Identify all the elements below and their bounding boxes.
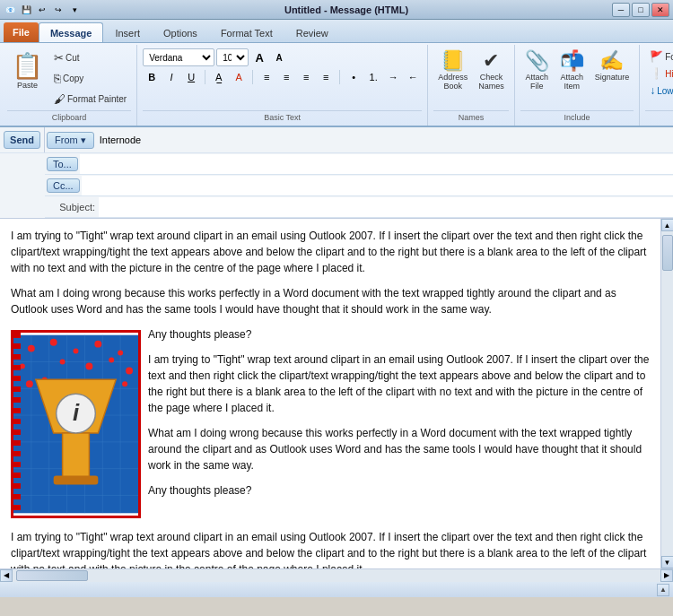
tab-file[interactable]: File bbox=[4, 22, 39, 42]
title-bar: 📧 💾 ↩ ↪ ▾ Untitled - Message (HTML) ─ □ … bbox=[0, 0, 673, 20]
subject-row: Subject: bbox=[45, 196, 673, 218]
numbering-button[interactable]: 1. bbox=[364, 68, 382, 86]
check-names-button[interactable]: ✔ CheckNames bbox=[474, 48, 509, 93]
underline-button[interactable]: U bbox=[182, 68, 200, 86]
format-painter-button[interactable]: 🖌 Format Painter bbox=[49, 90, 131, 108]
indent-button[interactable]: → bbox=[384, 68, 402, 86]
tab-message[interactable]: Message bbox=[39, 22, 103, 42]
quick-access-save[interactable]: 💾 bbox=[20, 4, 32, 16]
paste-label: Paste bbox=[17, 81, 38, 90]
high-importance-button[interactable]: ❕ High Importance bbox=[645, 65, 673, 82]
ribbon-tabs: File Message Insert Options Format Text … bbox=[0, 20, 673, 43]
attach-file-label: AttachFile bbox=[525, 73, 548, 91]
h-scroll-thumb[interactable] bbox=[16, 570, 88, 581]
svg-point-21 bbox=[85, 362, 92, 369]
email-body[interactable]: I am trying to "Tight" wrap text around … bbox=[0, 219, 660, 568]
highlight-button[interactable]: A̲ bbox=[210, 68, 228, 86]
cc-input[interactable] bbox=[82, 176, 673, 195]
outdent-button[interactable]: ← bbox=[404, 68, 422, 86]
scroll-right-button[interactable]: ▶ bbox=[660, 569, 673, 582]
paragraph-1: I am trying to "Tight" wrap text around … bbox=[11, 228, 650, 276]
email-body-container: I am trying to "Tight" wrap text around … bbox=[0, 219, 673, 568]
grow-font-button[interactable]: A bbox=[250, 48, 268, 66]
format-painter-icon: 🖌 bbox=[54, 92, 66, 106]
quick-access-redo[interactable]: ↪ bbox=[52, 4, 65, 16]
h-scroll-track[interactable] bbox=[13, 569, 660, 582]
format-painter-label: Format Painter bbox=[67, 94, 127, 104]
from-button[interactable]: From ▾ bbox=[47, 132, 94, 149]
quick-access-more[interactable]: ▾ bbox=[68, 4, 81, 16]
low-importance-icon: ↓ bbox=[650, 84, 655, 97]
clipboard-sub: ✂ Cut ⎘ Copy 🖌 Format Painter bbox=[49, 48, 131, 108]
italic-button[interactable]: I bbox=[162, 68, 180, 86]
check-names-icon: ✔ bbox=[483, 51, 499, 71]
attach-file-button[interactable]: 📎 AttachFile bbox=[520, 48, 554, 93]
include-group: 📎 AttachFile 📬 AttachItem ✍ Signature In… bbox=[515, 45, 641, 126]
attach-file-icon: 📎 bbox=[525, 51, 549, 71]
address-book-button[interactable]: 📒 AddressBook bbox=[433, 48, 472, 93]
tab-format-text[interactable]: Format Text bbox=[209, 22, 284, 42]
align-right-button[interactable]: ≡ bbox=[297, 68, 315, 86]
low-importance-button[interactable]: ↓ Low Importance bbox=[645, 82, 673, 99]
size-selector[interactable]: 10 bbox=[216, 48, 249, 66]
include-content: 📎 AttachFile 📬 AttachItem ✍ Signature bbox=[520, 48, 634, 110]
svg-point-15 bbox=[74, 349, 79, 354]
copy-button[interactable]: ⎘ Copy bbox=[49, 69, 131, 88]
clipboard-group: 📋 Paste ✂ Cut ⎘ Copy 🖌 Format Painter Cl… bbox=[2, 45, 137, 126]
close-button[interactable]: ✕ bbox=[651, 3, 669, 17]
to-input[interactable] bbox=[80, 154, 673, 174]
minimize-button[interactable]: ─ bbox=[612, 3, 630, 17]
svg-rect-27 bbox=[63, 433, 90, 478]
clipart-image[interactable]: i bbox=[11, 330, 141, 518]
scroll-thumb[interactable] bbox=[662, 235, 673, 271]
font-row: Verdana 10 A A bbox=[143, 48, 288, 66]
tab-review[interactable]: Review bbox=[284, 22, 340, 42]
cut-label: Cut bbox=[66, 53, 80, 63]
window-title: Untitled - Message (HTML) bbox=[81, 4, 612, 15]
include-label: Include bbox=[520, 110, 634, 124]
scroll-track[interactable] bbox=[661, 231, 674, 556]
attach-item-button[interactable]: 📬 AttachItem bbox=[555, 48, 589, 93]
justify-button[interactable]: ≡ bbox=[317, 68, 335, 86]
send-button[interactable]: Send bbox=[4, 131, 40, 149]
cut-icon: ✂ bbox=[54, 51, 64, 65]
signature-button[interactable]: ✍ Signature bbox=[590, 48, 634, 84]
svg-text:i: i bbox=[73, 400, 80, 425]
signature-icon: ✍ bbox=[599, 51, 624, 71]
vertical-scrollbar[interactable]: ▲ ▼ bbox=[660, 219, 673, 568]
shrink-font-button[interactable]: A bbox=[270, 48, 288, 66]
cc-row: Cc... bbox=[45, 175, 673, 196]
bullets-button[interactable]: • bbox=[345, 68, 363, 86]
paste-button[interactable]: 📋 Paste bbox=[7, 48, 48, 92]
svg-point-13 bbox=[28, 345, 35, 352]
follow-up-button[interactable]: 🚩 Follow Up ▾ bbox=[645, 48, 673, 65]
cut-button[interactable]: ✂ Cut bbox=[49, 48, 131, 67]
svg-point-20 bbox=[60, 360, 66, 365]
bold-button[interactable]: B bbox=[143, 68, 161, 86]
font-selector[interactable]: Verdana bbox=[143, 48, 214, 66]
send-area: Send bbox=[0, 127, 45, 152]
subject-input[interactable] bbox=[99, 197, 673, 217]
horizontal-scrollbar[interactable]: ◀ ▶ bbox=[0, 568, 673, 581]
address-book-icon: 📒 bbox=[441, 51, 465, 71]
align-divider bbox=[252, 70, 253, 84]
align-left-button[interactable]: ≡ bbox=[258, 68, 275, 86]
scroll-left-button[interactable]: ◀ bbox=[0, 569, 13, 582]
scroll-down-button[interactable]: ▼ bbox=[661, 556, 674, 568]
expand-button[interactable]: ▲ bbox=[657, 584, 669, 596]
attach-item-label: AttachItem bbox=[560, 73, 583, 91]
inline-section: i Any thoughts please? I am trying to "T… bbox=[11, 326, 650, 522]
maximize-button[interactable]: □ bbox=[632, 3, 650, 17]
tab-insert[interactable]: Insert bbox=[103, 22, 152, 42]
tab-options[interactable]: Options bbox=[152, 22, 209, 42]
quick-access-undo[interactable]: ↩ bbox=[36, 4, 48, 16]
to-row: To... bbox=[45, 153, 673, 175]
paragraph-2: What am I doing wrong because this works… bbox=[11, 285, 650, 317]
high-importance-icon: ❕ bbox=[650, 67, 663, 80]
scroll-up-button[interactable]: ▲ bbox=[661, 219, 674, 231]
font-color-button[interactable]: A bbox=[230, 68, 248, 86]
align-center-button[interactable]: ≡ bbox=[277, 68, 295, 86]
cc-button[interactable]: Cc... bbox=[47, 178, 80, 193]
low-importance-label: Low Importance bbox=[657, 86, 673, 96]
to-button[interactable]: To... bbox=[47, 157, 78, 171]
